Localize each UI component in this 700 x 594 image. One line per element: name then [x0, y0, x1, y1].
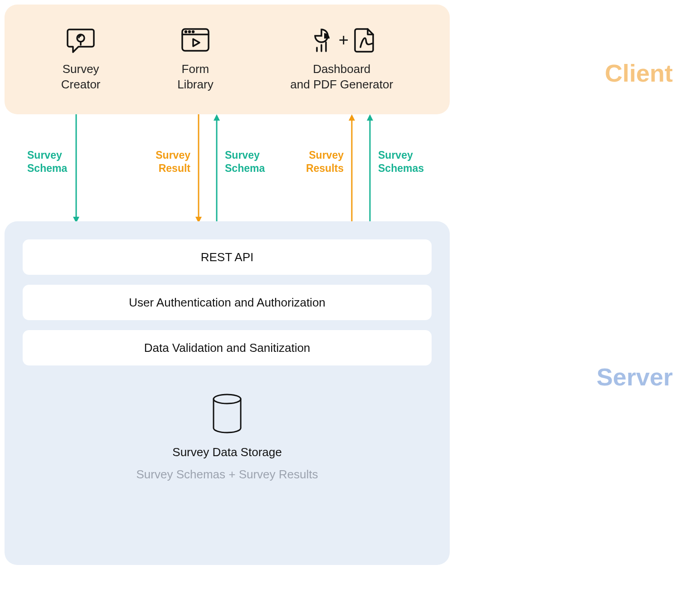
- client-item-label: Form Library: [177, 62, 213, 93]
- form-library-icon: [180, 26, 210, 54]
- pdf-file-icon: [354, 27, 376, 53]
- client-item-label: Dashboard and PDF Generator: [290, 62, 393, 93]
- svg-point-5: [189, 31, 190, 33]
- server-section-label: Server: [597, 363, 673, 391]
- server-section: REST API User Authentication and Authori…: [5, 221, 450, 565]
- dashboard-chart-icon: [308, 28, 333, 52]
- arrow-survey-schema-down: [72, 114, 73, 221]
- arrow-survey-result-down: [194, 114, 195, 221]
- svg-marker-7: [193, 39, 199, 46]
- storage-subtitle: Survey Schemas + Survey Results: [136, 467, 318, 482]
- client-item-form-library: Form Library: [177, 26, 213, 93]
- arrow-survey-schema-up: [212, 114, 214, 221]
- storage-title: Survey Data Storage: [172, 445, 282, 459]
- client-section-label: Client: [605, 59, 673, 87]
- svg-marker-16: [214, 114, 220, 121]
- plus-icon: +: [339, 30, 349, 50]
- svg-marker-20: [367, 114, 373, 121]
- client-item-dashboard-pdf: + Dashboard and PDF Generator: [290, 26, 393, 93]
- arrow-label: SurveySchemas: [378, 149, 424, 175]
- arrow-survey-results-up: [347, 114, 349, 221]
- arrow-survey-schemas-up: [365, 114, 367, 221]
- survey-creator-icon: [67, 26, 95, 54]
- dashboard-pdf-icon-group: +: [308, 26, 376, 54]
- arrow-label: SurveyResult: [152, 149, 190, 175]
- svg-marker-18: [349, 114, 355, 121]
- svg-point-21: [214, 394, 241, 404]
- server-layer-rest-api: REST API: [23, 239, 432, 275]
- arrow-label: SurveySchema: [27, 149, 67, 175]
- svg-point-6: [192, 31, 194, 33]
- arrows-section: SurveySchema SurveyResult SurveySchema S…: [5, 114, 450, 221]
- svg-point-4: [185, 31, 186, 33]
- server-layer-validation: Data Validation and Sanitization: [23, 330, 432, 365]
- database-icon: [211, 393, 243, 437]
- client-section: Survey Creator Form Library: [5, 5, 450, 114]
- arrow-label: SurveySchema: [225, 149, 265, 175]
- client-item-label: Survey Creator: [61, 62, 101, 93]
- arrow-label: SurveyResults: [304, 149, 344, 175]
- server-layer-auth: User Authentication and Authorization: [23, 285, 432, 320]
- storage-block: Survey Data Storage Survey Schemas + Sur…: [23, 393, 432, 482]
- client-item-survey-creator: Survey Creator: [61, 26, 101, 93]
